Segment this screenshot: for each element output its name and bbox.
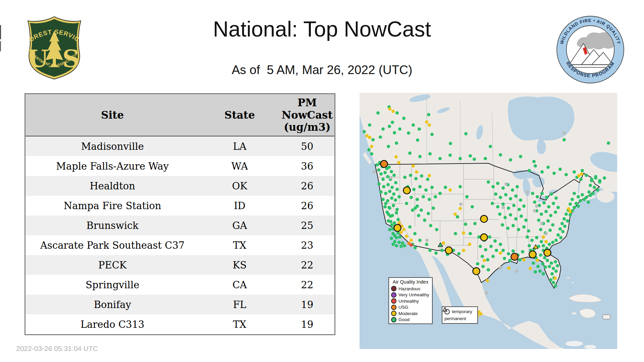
site-cell: Bonifay <box>25 295 200 314</box>
legend-label: temporary <box>452 309 472 314</box>
state-cell: TX <box>200 235 280 255</box>
page-title: National: Top NowCast <box>0 17 644 42</box>
top-nowcast-table: Site State PM NowCast (ug/m3) Madisonvil… <box>24 93 335 335</box>
legend-item: Unhealthy <box>391 298 430 304</box>
site-cell: Springville <box>25 275 200 295</box>
puerto-rico <box>603 315 610 319</box>
report-page: FOREST SERVICE DEPARTMENT OF AGRICULTURE… <box>0 0 644 362</box>
legend-item: Very Unhealthy <box>391 292 430 298</box>
legend-item: temporary <box>444 308 475 315</box>
value-cell: 23 <box>280 235 335 255</box>
good-swatch-icon <box>391 317 396 322</box>
cloud <box>566 341 583 346</box>
legend-label: USG <box>398 305 408 310</box>
table-row: HealdtonOK26 <box>25 176 335 196</box>
table-row: MadisonvilleLA50 <box>25 136 335 156</box>
aqi-legend-title: Air Quality Index <box>391 279 430 285</box>
bahamas <box>572 282 574 283</box>
moderate-swatch-icon <box>391 311 396 316</box>
legend-item: Hazardous <box>391 286 430 292</box>
marker-type-legend: temporary permanent <box>442 306 478 324</box>
table-row: Ascarate Park Southeast C37TX23 <box>25 235 335 255</box>
render-timestamp: 2022-03-26 05:31:04 UTC <box>16 345 98 353</box>
legend-label: Unhealthy <box>398 299 419 304</box>
header-state: State <box>200 94 280 136</box>
state-cell: FL <box>200 295 280 314</box>
state-cell: TX <box>200 314 280 335</box>
value-cell: 50 <box>280 136 335 156</box>
site-cell: Maple Falls-Azure Way <box>25 156 200 176</box>
site-cell: Brunswick <box>25 216 200 235</box>
state-cell: CA <box>200 275 280 295</box>
bahamas <box>567 277 570 279</box>
very-unhealthy-swatch-icon <box>391 292 396 298</box>
state-cell: WA <box>200 156 280 176</box>
value-cell: 19 <box>280 314 335 335</box>
site-cell: PECK <box>25 255 200 275</box>
permanent-monitor-icon <box>442 307 447 312</box>
table-row: SpringvilleCA22 <box>25 275 335 295</box>
value-cell: 25 <box>280 216 335 235</box>
header-pm-nowcast: PM NowCast (ug/m3) <box>280 94 335 136</box>
header-site: Site <box>25 94 200 136</box>
jamaica <box>572 312 577 314</box>
unhealthy-swatch-icon <box>391 298 396 304</box>
legend-item: permanent <box>444 315 475 322</box>
legend-label: Moderate <box>398 311 418 316</box>
table-row: Laredo C313TX19 <box>25 314 335 335</box>
table-row: Maple Falls-Azure WayWA36 <box>25 156 335 176</box>
aqi-legend: Air Quality Index Hazardous Very Unhealt… <box>388 277 433 324</box>
value-cell: 26 <box>280 196 335 216</box>
value-cell: 26 <box>280 176 335 196</box>
site-cell: Nampa Fire Station <box>25 196 200 216</box>
value-cell: 19 <box>280 295 335 314</box>
legend-item: Moderate <box>391 310 430 317</box>
state-cell: KS <box>200 255 280 275</box>
site-cell: Madisonville <box>25 136 200 156</box>
page-subtitle: As of 5 AM, Mar 26, 2022 (UTC) <box>0 63 644 77</box>
site-cell: Ascarate Park Southeast C37 <box>25 235 200 255</box>
monitor-map: Air Quality Index Hazardous Very Unhealt… <box>360 93 617 349</box>
site-cell: Healdton <box>25 176 200 196</box>
legend-label: permanent <box>444 316 466 321</box>
table-row: BrunswickGA25 <box>25 216 335 235</box>
state-cell: ID <box>200 196 280 216</box>
state-cell: LA <box>200 136 280 156</box>
table-row: Nampa Fire StationID26 <box>25 196 335 216</box>
table-row: PECKKS22 <box>25 255 335 275</box>
usg-swatch-icon <box>391 305 396 310</box>
value-cell: 36 <box>280 156 335 176</box>
left-edge-artifact <box>0 41 1 51</box>
value-cell: 22 <box>280 255 335 275</box>
cloud <box>584 345 596 349</box>
site-cell: Laredo C313 <box>25 314 200 335</box>
state-cell: GA <box>200 216 280 235</box>
hazardous-swatch-icon <box>391 286 396 291</box>
table-header-row: Site State PM NowCast (ug/m3) <box>25 94 335 136</box>
legend-label: Very Unhealthy <box>398 292 429 297</box>
legend-item: Good <box>391 317 430 323</box>
legend-label: Good <box>398 317 410 322</box>
state-cell: OK <box>200 176 280 196</box>
legend-label: Hazardous <box>398 286 420 291</box>
table-row: BonifayFL19 <box>25 295 335 314</box>
legend-item: USG <box>391 304 430 311</box>
value-cell: 22 <box>280 275 335 295</box>
